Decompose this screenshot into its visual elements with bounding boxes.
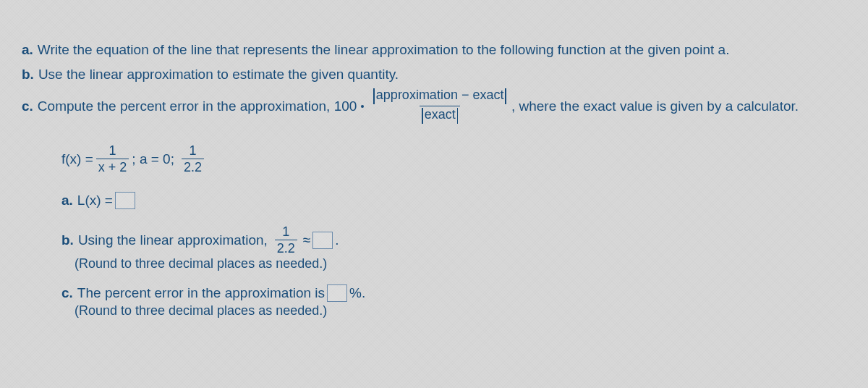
- part-c-prefix: Compute the percent error in the approxi…: [38, 96, 357, 117]
- answer-c-hint: (Round to three decimal places as needed…: [75, 303, 846, 319]
- answer-b-period: .: [335, 232, 339, 248]
- answer-c-input[interactable]: [327, 284, 347, 302]
- answer-a-label: a.: [61, 193, 73, 208]
- answer-c-block: c. The percent error in the approximatio…: [61, 284, 846, 319]
- approx-symbol: ≈: [303, 232, 310, 248]
- part-c-line: c. Compute the percent error in the appr…: [22, 88, 846, 124]
- answer-b-hint: (Round to three decimal places as needed…: [75, 256, 846, 271]
- func-frac1: 1 x + 2: [96, 144, 129, 174]
- answer-b-block: b. Using the linear approximation, 1 2.2…: [61, 225, 846, 271]
- error-frac-num: approximation − exact: [375, 88, 506, 104]
- answer-c-text: The percent error in the approximation i…: [77, 285, 325, 301]
- answer-b-input[interactable]: [312, 232, 333, 249]
- part-a-line: a. Write the equation of the line that r…: [22, 40, 846, 60]
- part-b-text: Use the linear approximation to estimate…: [38, 64, 399, 85]
- answer-a-text: L(x) =: [77, 193, 113, 208]
- part-c-suffix: , where the exact value is given by a ca…: [511, 96, 799, 117]
- func-frac2: 1 2.2: [182, 144, 204, 174]
- function-definition: f(x) = 1 x + 2 ; a = 0; 1 2.2: [61, 144, 846, 174]
- answer-a-line: a. L(x) =: [61, 192, 846, 209]
- error-fraction: approximation − exact exact: [371, 88, 509, 124]
- part-a-text: Write the equation of the line that repr…: [38, 40, 730, 60]
- error-frac-den: exact: [423, 108, 457, 124]
- answer-a-input[interactable]: [115, 192, 135, 209]
- part-c-label: c.: [22, 96, 33, 117]
- part-a-label: a.: [22, 40, 33, 60]
- answer-b-prefix: Using the linear approximation,: [78, 232, 268, 248]
- multiply-dot: [361, 105, 364, 108]
- func-mid: ; a = 0;: [132, 151, 174, 167]
- answer-b-label: b.: [61, 232, 74, 248]
- answer-c-unit: %.: [349, 285, 365, 301]
- part-b-line: b. Use the linear approximation to estim…: [22, 64, 846, 85]
- func-lhs: f(x) =: [61, 151, 93, 167]
- answer-c-label: c.: [61, 285, 73, 301]
- part-b-label: b.: [22, 64, 34, 85]
- answer-b-frac: 1 2.2: [275, 225, 297, 255]
